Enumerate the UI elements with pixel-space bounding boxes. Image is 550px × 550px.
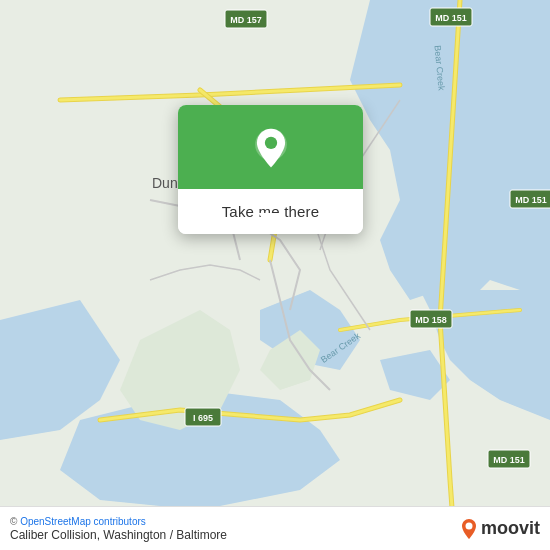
svg-text:MD 158: MD 158 bbox=[415, 315, 447, 325]
svg-point-20 bbox=[465, 522, 472, 529]
moovit-logo: moovit bbox=[460, 518, 540, 540]
popup-header bbox=[178, 105, 363, 189]
svg-text:MD 151: MD 151 bbox=[493, 455, 525, 465]
bottom-bar: © OpenStreetMap contributors Caliber Col… bbox=[0, 506, 550, 550]
map-container: MD 151 MD 157 MD 157 MD 151 MD 158 MD 15… bbox=[0, 0, 550, 550]
svg-text:MD 151: MD 151 bbox=[515, 195, 547, 205]
location-pin-icon bbox=[249, 127, 293, 171]
bottom-left-content: © OpenStreetMap contributors Caliber Col… bbox=[10, 516, 227, 542]
osm-link[interactable]: OpenStreetMap contributors bbox=[20, 516, 146, 527]
svg-text:I 695: I 695 bbox=[193, 413, 213, 423]
map-background: MD 151 MD 157 MD 157 MD 151 MD 158 MD 15… bbox=[0, 0, 550, 550]
popup-triangle bbox=[258, 213, 282, 227]
location-title: Caliber Collision, Washington / Baltimor… bbox=[10, 528, 227, 542]
moovit-text: moovit bbox=[481, 518, 540, 539]
take-me-there-button[interactable]: Take me there bbox=[178, 189, 363, 234]
moovit-pin-icon bbox=[460, 518, 478, 540]
svg-point-19 bbox=[264, 137, 276, 149]
svg-text:MD 151: MD 151 bbox=[435, 13, 467, 23]
osm-attribution: © OpenStreetMap contributors bbox=[10, 516, 227, 527]
attribution-prefix: © bbox=[10, 516, 20, 527]
svg-text:MD 157: MD 157 bbox=[230, 15, 262, 25]
